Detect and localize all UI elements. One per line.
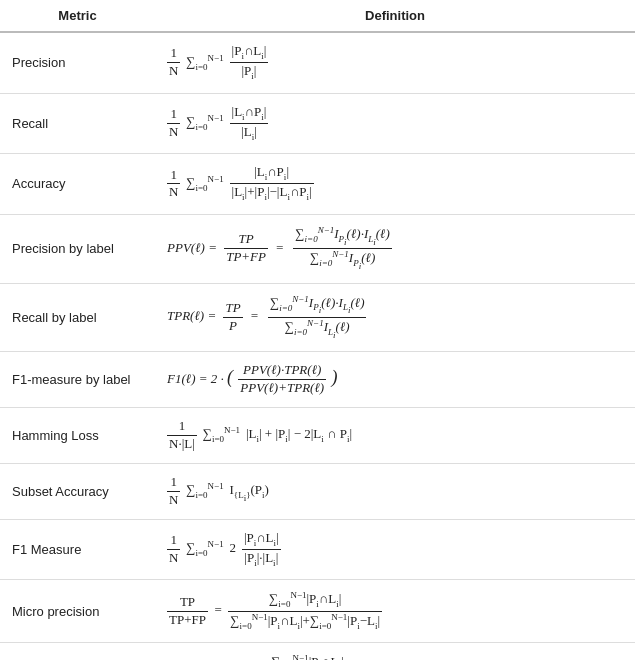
- metric-accuracy: Accuracy: [0, 154, 155, 215]
- col-definition: Definition: [155, 0, 635, 32]
- table-row: Hamming Loss 1N·|L| ∑i=0N−1 |Li| + |Pi| …: [0, 408, 635, 464]
- table-row: Micro recall TP TP+FN = ∑i=0N−1|Pi∩Li| ∑…: [0, 643, 635, 660]
- def-recall: 1N ∑i=0N−1 |Li∩Pi||Li|: [155, 93, 635, 154]
- def-f1-measure: 1N ∑i=0N−1 2 |Pi∩Li| |Pi|·|Li|: [155, 519, 635, 580]
- metric-recall: Recall: [0, 93, 155, 154]
- table-row: Accuracy 1N ∑i=0N−1 |Li∩Pi| |Li|+|Pi|−|L…: [0, 154, 635, 215]
- metric-subset-accuracy: Subset Accuracy: [0, 463, 155, 519]
- table-row: Precision by label PPV(ℓ) = TP TP+FP = ∑…: [0, 214, 635, 283]
- def-precision-by-label: PPV(ℓ) = TP TP+FP = ∑i=0N−1IPi(ℓ)·ILi(ℓ)…: [155, 214, 635, 283]
- metric-recall-by-label: Recall by label: [0, 283, 155, 352]
- table-row: F1 Measure 1N ∑i=0N−1 2 |Pi∩Li| |Pi|·|Li…: [0, 519, 635, 580]
- def-f1-by-label: F1(ℓ) = 2 · ( PPV(ℓ)·TPR(ℓ) PPV(ℓ)+TPR(ℓ…: [155, 352, 635, 408]
- def-hamming-loss: 1N·|L| ∑i=0N−1 |Li| + |Pi| − 2|Li ∩ Pi|: [155, 408, 635, 464]
- table-row: Recall by label TPR(ℓ) = TP P = ∑i=0N−1I…: [0, 283, 635, 352]
- def-accuracy: 1N ∑i=0N−1 |Li∩Pi| |Li|+|Pi|−|Li∩Pi|: [155, 154, 635, 215]
- metric-micro-precision: Micro precision: [0, 580, 155, 643]
- metrics-table: Metric Definition Precision 1N ∑i=0N−1 |…: [0, 0, 635, 660]
- def-subset-accuracy: 1N ∑i=0N−1 I{Li}(Pi): [155, 463, 635, 519]
- table-row: Micro precision TP TP+FP = ∑i=0N−1|Pi∩Li…: [0, 580, 635, 643]
- def-micro-precision: TP TP+FP = ∑i=0N−1|Pi∩Li| ∑i=0N−1|Pi∩Li|…: [155, 580, 635, 643]
- metric-hamming-loss: Hamming Loss: [0, 408, 155, 464]
- def-micro-recall: TP TP+FN = ∑i=0N−1|Pi∩Li| ∑i=0N−1|Pi∩Li|…: [155, 643, 635, 660]
- metric-f1-measure: F1 Measure: [0, 519, 155, 580]
- table-row: F1-measure by label F1(ℓ) = 2 · ( PPV(ℓ)…: [0, 352, 635, 408]
- col-metric: Metric: [0, 0, 155, 32]
- def-precision: 1N ∑i=0N−1 |Pi∩Li||Pi|: [155, 32, 635, 93]
- table-row: Recall 1N ∑i=0N−1 |Li∩Pi||Li|: [0, 93, 635, 154]
- metric-f1-by-label: F1-measure by label: [0, 352, 155, 408]
- table-row: Precision 1N ∑i=0N−1 |Pi∩Li||Pi|: [0, 32, 635, 93]
- metric-micro-recall: Micro recall: [0, 643, 155, 660]
- table-row: Subset Accuracy 1N ∑i=0N−1 I{Li}(Pi): [0, 463, 635, 519]
- metric-precision-by-label: Precision by label: [0, 214, 155, 283]
- def-recall-by-label: TPR(ℓ) = TP P = ∑i=0N−1IPi(ℓ)·ILi(ℓ) ∑i=…: [155, 283, 635, 352]
- metric-precision: Precision: [0, 32, 155, 93]
